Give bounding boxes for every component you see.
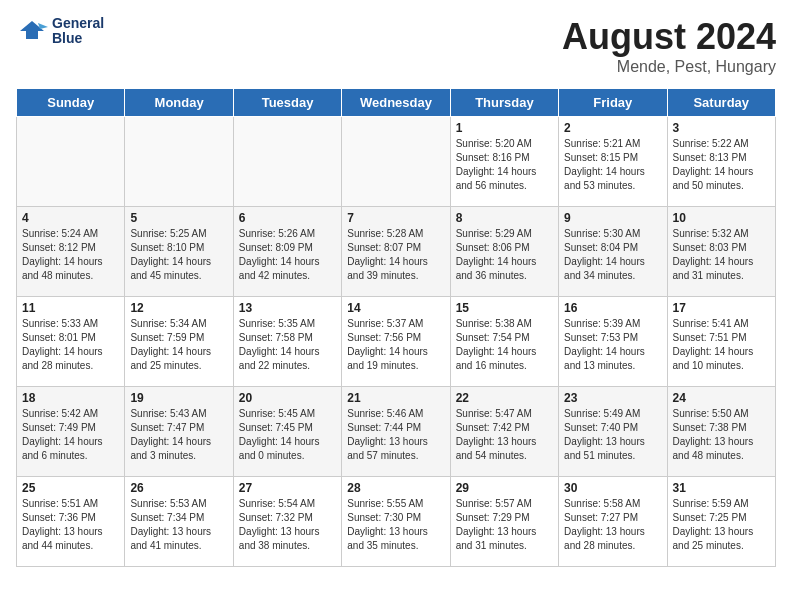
logo-line2: Blue [52, 31, 104, 46]
calendar-cell: 22Sunrise: 5:47 AM Sunset: 7:42 PM Dayli… [450, 387, 558, 477]
day-number: 21 [347, 391, 444, 405]
day-number: 17 [673, 301, 770, 315]
logo-text: General Blue [52, 16, 104, 47]
day-header-saturday: Saturday [667, 89, 775, 117]
calendar-cell: 7Sunrise: 5:28 AM Sunset: 8:07 PM Daylig… [342, 207, 450, 297]
calendar-cell: 23Sunrise: 5:49 AM Sunset: 7:40 PM Dayli… [559, 387, 667, 477]
calendar-cell: 21Sunrise: 5:46 AM Sunset: 7:44 PM Dayli… [342, 387, 450, 477]
calendar-cell: 28Sunrise: 5:55 AM Sunset: 7:30 PM Dayli… [342, 477, 450, 567]
day-number: 12 [130, 301, 227, 315]
cell-info: Sunrise: 5:35 AM Sunset: 7:58 PM Dayligh… [239, 317, 336, 373]
day-number: 10 [673, 211, 770, 225]
day-number: 30 [564, 481, 661, 495]
calendar-cell: 10Sunrise: 5:32 AM Sunset: 8:03 PM Dayli… [667, 207, 775, 297]
day-number: 2 [564, 121, 661, 135]
calendar-cell: 12Sunrise: 5:34 AM Sunset: 7:59 PM Dayli… [125, 297, 233, 387]
calendar-week-2: 4Sunrise: 5:24 AM Sunset: 8:12 PM Daylig… [17, 207, 776, 297]
calendar-week-4: 18Sunrise: 5:42 AM Sunset: 7:49 PM Dayli… [17, 387, 776, 477]
cell-info: Sunrise: 5:28 AM Sunset: 8:07 PM Dayligh… [347, 227, 444, 283]
calendar-cell [342, 117, 450, 207]
cell-info: Sunrise: 5:22 AM Sunset: 8:13 PM Dayligh… [673, 137, 770, 193]
day-number: 7 [347, 211, 444, 225]
calendar-cell: 5Sunrise: 5:25 AM Sunset: 8:10 PM Daylig… [125, 207, 233, 297]
calendar-cell: 4Sunrise: 5:24 AM Sunset: 8:12 PM Daylig… [17, 207, 125, 297]
page-header: General Blue August 2024 Mende, Pest, Hu… [16, 16, 776, 76]
cell-info: Sunrise: 5:50 AM Sunset: 7:38 PM Dayligh… [673, 407, 770, 463]
main-title: August 2024 [562, 16, 776, 58]
calendar-cell: 13Sunrise: 5:35 AM Sunset: 7:58 PM Dayli… [233, 297, 341, 387]
day-number: 13 [239, 301, 336, 315]
cell-info: Sunrise: 5:49 AM Sunset: 7:40 PM Dayligh… [564, 407, 661, 463]
svg-marker-0 [20, 21, 44, 39]
logo: General Blue [16, 16, 104, 47]
cell-info: Sunrise: 5:33 AM Sunset: 8:01 PM Dayligh… [22, 317, 119, 373]
day-number: 24 [673, 391, 770, 405]
calendar-body: 1Sunrise: 5:20 AM Sunset: 8:16 PM Daylig… [17, 117, 776, 567]
calendar-cell [17, 117, 125, 207]
day-number: 27 [239, 481, 336, 495]
day-number: 29 [456, 481, 553, 495]
calendar-week-1: 1Sunrise: 5:20 AM Sunset: 8:16 PM Daylig… [17, 117, 776, 207]
calendar-cell [125, 117, 233, 207]
day-number: 8 [456, 211, 553, 225]
calendar-cell: 27Sunrise: 5:54 AM Sunset: 7:32 PM Dayli… [233, 477, 341, 567]
cell-info: Sunrise: 5:30 AM Sunset: 8:04 PM Dayligh… [564, 227, 661, 283]
calendar-cell: 15Sunrise: 5:38 AM Sunset: 7:54 PM Dayli… [450, 297, 558, 387]
cell-info: Sunrise: 5:32 AM Sunset: 8:03 PM Dayligh… [673, 227, 770, 283]
day-header-tuesday: Tuesday [233, 89, 341, 117]
calendar-cell: 19Sunrise: 5:43 AM Sunset: 7:47 PM Dayli… [125, 387, 233, 477]
cell-info: Sunrise: 5:38 AM Sunset: 7:54 PM Dayligh… [456, 317, 553, 373]
day-header-monday: Monday [125, 89, 233, 117]
cell-info: Sunrise: 5:46 AM Sunset: 7:44 PM Dayligh… [347, 407, 444, 463]
calendar-cell: 30Sunrise: 5:58 AM Sunset: 7:27 PM Dayli… [559, 477, 667, 567]
calendar-cell: 1Sunrise: 5:20 AM Sunset: 8:16 PM Daylig… [450, 117, 558, 207]
calendar-cell: 11Sunrise: 5:33 AM Sunset: 8:01 PM Dayli… [17, 297, 125, 387]
day-number: 6 [239, 211, 336, 225]
day-number: 18 [22, 391, 119, 405]
day-header-thursday: Thursday [450, 89, 558, 117]
cell-info: Sunrise: 5:26 AM Sunset: 8:09 PM Dayligh… [239, 227, 336, 283]
calendar-cell: 3Sunrise: 5:22 AM Sunset: 8:13 PM Daylig… [667, 117, 775, 207]
calendar-cell: 9Sunrise: 5:30 AM Sunset: 8:04 PM Daylig… [559, 207, 667, 297]
calendar-week-3: 11Sunrise: 5:33 AM Sunset: 8:01 PM Dayli… [17, 297, 776, 387]
calendar-cell: 2Sunrise: 5:21 AM Sunset: 8:15 PM Daylig… [559, 117, 667, 207]
logo-line1: General [52, 16, 104, 31]
calendar-cell: 26Sunrise: 5:53 AM Sunset: 7:34 PM Dayli… [125, 477, 233, 567]
day-number: 5 [130, 211, 227, 225]
calendar-cell: 25Sunrise: 5:51 AM Sunset: 7:36 PM Dayli… [17, 477, 125, 567]
day-number: 26 [130, 481, 227, 495]
cell-info: Sunrise: 5:57 AM Sunset: 7:29 PM Dayligh… [456, 497, 553, 553]
calendar-cell: 29Sunrise: 5:57 AM Sunset: 7:29 PM Dayli… [450, 477, 558, 567]
day-number: 25 [22, 481, 119, 495]
cell-info: Sunrise: 5:21 AM Sunset: 8:15 PM Dayligh… [564, 137, 661, 193]
cell-info: Sunrise: 5:59 AM Sunset: 7:25 PM Dayligh… [673, 497, 770, 553]
day-header-friday: Friday [559, 89, 667, 117]
cell-info: Sunrise: 5:34 AM Sunset: 7:59 PM Dayligh… [130, 317, 227, 373]
calendar-table: SundayMondayTuesdayWednesdayThursdayFrid… [16, 88, 776, 567]
day-number: 19 [130, 391, 227, 405]
day-number: 9 [564, 211, 661, 225]
calendar-week-5: 25Sunrise: 5:51 AM Sunset: 7:36 PM Dayli… [17, 477, 776, 567]
calendar-header: SundayMondayTuesdayWednesdayThursdayFrid… [17, 89, 776, 117]
cell-info: Sunrise: 5:39 AM Sunset: 7:53 PM Dayligh… [564, 317, 661, 373]
day-number: 20 [239, 391, 336, 405]
day-header-sunday: Sunday [17, 89, 125, 117]
cell-info: Sunrise: 5:47 AM Sunset: 7:42 PM Dayligh… [456, 407, 553, 463]
day-number: 23 [564, 391, 661, 405]
subtitle: Mende, Pest, Hungary [562, 58, 776, 76]
day-number: 11 [22, 301, 119, 315]
day-number: 4 [22, 211, 119, 225]
calendar-cell: 24Sunrise: 5:50 AM Sunset: 7:38 PM Dayli… [667, 387, 775, 477]
calendar-cell: 17Sunrise: 5:41 AM Sunset: 7:51 PM Dayli… [667, 297, 775, 387]
cell-info: Sunrise: 5:37 AM Sunset: 7:56 PM Dayligh… [347, 317, 444, 373]
logo-icon [16, 17, 48, 45]
calendar-cell: 20Sunrise: 5:45 AM Sunset: 7:45 PM Dayli… [233, 387, 341, 477]
cell-info: Sunrise: 5:20 AM Sunset: 8:16 PM Dayligh… [456, 137, 553, 193]
cell-info: Sunrise: 5:53 AM Sunset: 7:34 PM Dayligh… [130, 497, 227, 553]
cell-info: Sunrise: 5:41 AM Sunset: 7:51 PM Dayligh… [673, 317, 770, 373]
cell-info: Sunrise: 5:45 AM Sunset: 7:45 PM Dayligh… [239, 407, 336, 463]
day-number: 28 [347, 481, 444, 495]
calendar-cell: 16Sunrise: 5:39 AM Sunset: 7:53 PM Dayli… [559, 297, 667, 387]
cell-info: Sunrise: 5:55 AM Sunset: 7:30 PM Dayligh… [347, 497, 444, 553]
calendar-cell: 14Sunrise: 5:37 AM Sunset: 7:56 PM Dayli… [342, 297, 450, 387]
